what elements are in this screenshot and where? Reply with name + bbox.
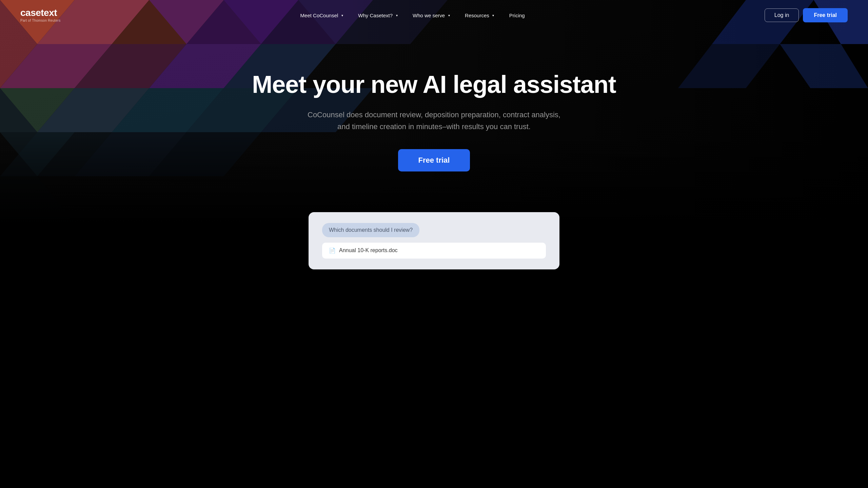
nav-label-meet-cocounsel: Meet CoCounsel: [300, 13, 338, 18]
chevron-down-icon: ▾: [447, 13, 451, 18]
demo-file-name: Annual 10-K reports.doc: [339, 247, 398, 253]
free-trial-hero-button[interactable]: Free trial: [398, 149, 470, 171]
chevron-down-icon: ▾: [340, 13, 344, 18]
page-wrapper: casetext Part of Thomson Reuters Meet Co…: [0, 0, 868, 488]
chevron-down-icon: ▾: [491, 13, 496, 18]
demo-file-row: 📄 Annual 10-K reports.doc: [322, 243, 546, 259]
nav-label-why-casetext: Why Casetext?: [358, 13, 393, 18]
hero-section: Meet your new AI legal assistant CoCouns…: [0, 30, 868, 199]
nav-item-resources[interactable]: Resources ▾: [459, 10, 501, 21]
nav-label-resources: Resources: [465, 13, 489, 18]
nav-item-why-casetext[interactable]: Why Casetext? ▾: [353, 10, 405, 21]
nav-item-meet-cocounsel[interactable]: Meet CoCounsel ▾: [295, 10, 350, 21]
nav-label-who-we-serve: Who we serve: [413, 13, 445, 18]
demo-card: Which documents should I review? 📄 Annua…: [309, 212, 559, 269]
login-button[interactable]: Log in: [765, 8, 799, 22]
nav-links: Meet CoCounsel ▾ Why Casetext? ▾ Who we …: [295, 10, 530, 21]
logo[interactable]: casetext Part of Thomson Reuters: [20, 8, 60, 22]
nav-item-pricing[interactable]: Pricing: [504, 10, 530, 21]
chevron-down-icon: ▾: [394, 13, 399, 18]
free-trial-nav-button[interactable]: Free trial: [803, 8, 848, 22]
file-icon: 📄: [329, 247, 336, 254]
nav-item-who-we-serve[interactable]: Who we serve ▾: [407, 10, 457, 21]
nav-actions: Log in Free trial: [765, 8, 848, 22]
demo-card-wrapper: Which documents should I review? 📄 Annua…: [0, 212, 868, 269]
nav-label-pricing: Pricing: [509, 13, 525, 18]
logo-text: casetext: [20, 8, 60, 18]
navbar: casetext Part of Thomson Reuters Meet Co…: [0, 0, 868, 30]
demo-query-bubble: Which documents should I review?: [322, 223, 419, 237]
hero-subtitle: CoCounsel does document review, depositi…: [305, 109, 563, 133]
logo-subtitle: Part of Thomson Reuters: [20, 19, 60, 22]
hero-title: Meet your new AI legal assistant: [14, 71, 854, 98]
